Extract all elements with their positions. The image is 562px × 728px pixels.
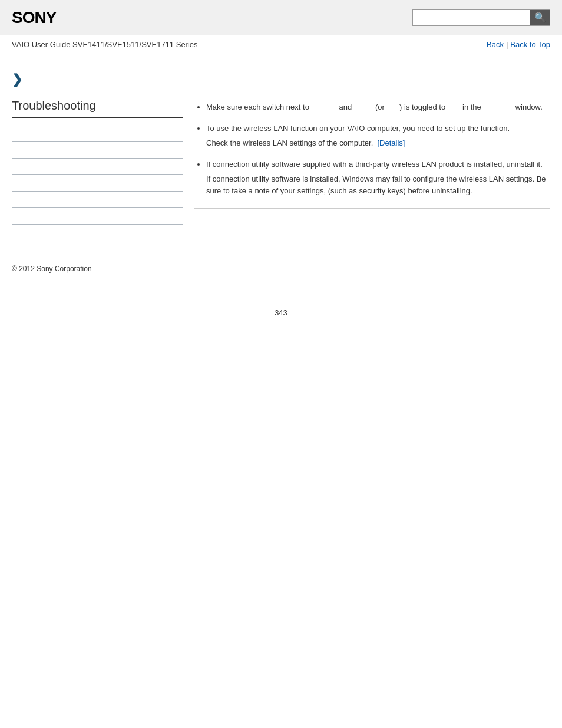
- list-item-3: If connection utility software supplied …: [206, 159, 550, 197]
- list-item: [12, 126, 183, 142]
- content-divider: [194, 208, 550, 209]
- nav-links: Back | Back to Top: [487, 40, 550, 49]
- list-item: [12, 208, 183, 225]
- list-item: [12, 142, 183, 159]
- bullet2-line2: Check the wireless LAN settings of the c…: [206, 137, 550, 149]
- nav-separator: |: [506, 40, 508, 49]
- content-area: Make sure each switch next to and (or ) …: [194, 66, 550, 241]
- nav-bar: VAIO User Guide SVE1411/SVE1511/SVE1711 …: [0, 35, 562, 54]
- bullet3-line1: If connection utility software supplied …: [206, 159, 550, 170]
- list-item: [12, 225, 183, 241]
- list-item: [12, 159, 183, 175]
- nav-title: VAIO User Guide SVE1411/SVE1511/SVE1711 …: [12, 40, 198, 49]
- list-item-1: Make sure each switch next to and (or ) …: [206, 101, 550, 113]
- list-item: [12, 175, 183, 192]
- search-icon: 🔍: [534, 12, 546, 23]
- sidebar: ❯ Troubleshooting: [12, 66, 183, 241]
- list-item-2: To use the wireless LAN function on your…: [206, 123, 550, 149]
- bullet3-line2: If connection utility software is instal…: [206, 173, 550, 196]
- search-button[interactable]: 🔍: [530, 9, 550, 26]
- back-link[interactable]: Back: [487, 40, 504, 49]
- search-input[interactable]: [412, 9, 530, 26]
- bullet1-text: Make sure each switch next to and (or ) …: [206, 103, 543, 111]
- sidebar-title: Troubleshooting: [12, 99, 183, 118]
- content-list: Make sure each switch next to and (or ) …: [194, 101, 550, 196]
- details-link[interactable]: [Details]: [377, 139, 405, 147]
- breadcrumb-arrow: ❯: [12, 72, 183, 87]
- sony-logo: SONY: [12, 8, 56, 27]
- footer: © 2012 Sony Corporation: [0, 253, 562, 285]
- back-to-top-link[interactable]: Back to Top: [510, 40, 550, 49]
- main-content: ❯ Troubleshooting Make sure each switch …: [0, 54, 562, 253]
- bullet2-line1: To use the wireless LAN function on your…: [206, 123, 550, 134]
- page-header: SONY 🔍: [0, 0, 562, 35]
- search-area: 🔍: [412, 9, 550, 26]
- copyright-text: © 2012 Sony Corporation: [12, 265, 92, 273]
- list-item: [12, 192, 183, 208]
- page-number: 343: [0, 308, 562, 329]
